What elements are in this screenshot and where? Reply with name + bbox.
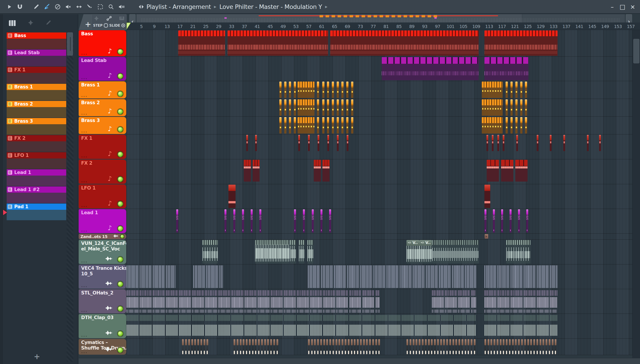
- brass-pattern-clip[interactable]: [289, 99, 291, 116]
- kick-audio-cell[interactable]: [166, 265, 176, 288]
- shuffle-drum-audio-clip[interactable]: [311, 339, 313, 354]
- brass-pattern-clip[interactable]: [327, 117, 329, 134]
- track-mute-led[interactable]: [117, 347, 123, 353]
- clap-audio-cell[interactable]: [166, 314, 178, 338]
- vertical-scrollbar[interactable]: [632, 30, 640, 358]
- shuffle-drum-audio-clip[interactable]: [506, 339, 508, 354]
- track-lane-cym[interactable]: [127, 339, 640, 355]
- lead-pattern-clip[interactable]: [510, 209, 512, 233]
- brass-pattern-clip[interactable]: [520, 117, 522, 134]
- track-header-bass[interactable]: Bass...♪: [79, 30, 126, 56]
- shuffle-drum-audio-clip[interactable]: [276, 339, 278, 354]
- lead-pattern-clip[interactable]: [242, 209, 244, 233]
- shuffle-drum-audio-clip[interactable]: [416, 339, 417, 354]
- shuffle-drum-audio-clip[interactable]: [249, 339, 251, 354]
- pattern-item-header[interactable]: Brass 2: [7, 101, 66, 107]
- pattern-item[interactable]: LFO 1: [7, 152, 66, 169]
- shuffle-drum-audio-clip[interactable]: [332, 339, 334, 354]
- hat-audio-cell[interactable]: [297, 290, 309, 313]
- shuffle-drum-audio-clip[interactable]: [449, 339, 451, 354]
- stretch-tool-icon[interactable]: [75, 3, 83, 10]
- pattern-item[interactable]: Brass 3: [7, 118, 66, 135]
- kick-audio-cell[interactable]: [439, 265, 451, 288]
- fx1-pattern-clip[interactable]: [492, 135, 494, 151]
- clap-audio-cell[interactable]: [218, 314, 230, 338]
- fx1-pattern-clip[interactable]: [255, 135, 257, 151]
- shuffle-drum-audio-clip[interactable]: [308, 339, 310, 354]
- vocal-audio-clip-labeled[interactable]: V..: [419, 240, 432, 264]
- pattern-preview[interactable]: [7, 90, 66, 100]
- kick-audio-cell[interactable]: [465, 265, 476, 288]
- shuffle-drum-audio-clip[interactable]: [488, 339, 489, 354]
- track-options-dots[interactable]: ...: [81, 75, 88, 80]
- vocal-audio-clip[interactable]: [307, 240, 314, 264]
- zoom-tool-icon[interactable]: [107, 3, 115, 10]
- brass-pattern-clip[interactable]: [327, 99, 329, 116]
- hat-audio-cell[interactable]: [258, 290, 270, 313]
- shuffle-drum-audio-clip[interactable]: [345, 339, 346, 354]
- clap-audio-cell[interactable]: [441, 314, 453, 338]
- kick-audio-cell[interactable]: [308, 265, 320, 288]
- lead-pattern-clip[interactable]: [518, 209, 520, 233]
- fx2-pattern-clip[interactable]: [253, 160, 260, 182]
- shuffle-drum-audio-clip[interactable]: [484, 339, 486, 354]
- hat-audio-cell[interactable]: [153, 290, 165, 313]
- shuffle-drum-audio-clip[interactable]: [431, 339, 433, 354]
- pattern-preview[interactable]: [7, 210, 66, 220]
- pattern-preview[interactable]: [7, 107, 66, 118]
- shuffle-drum-audio-clip[interactable]: [434, 339, 436, 354]
- track-options-dots[interactable]: ...: [81, 128, 88, 134]
- timeline-ruler[interactable]: ^ 59131721252933374145495357616569737781…: [127, 22, 640, 30]
- shuffle-drum-audio-clip[interactable]: [197, 339, 199, 354]
- track-options-dots[interactable]: ...: [81, 283, 88, 288]
- fx1-pattern-clip[interactable]: [563, 135, 565, 151]
- shuffle-drum-audio-clip[interactable]: [264, 339, 266, 354]
- track-lane-brass3[interactable]: [127, 117, 640, 134]
- lead-pattern-clip[interactable]: [233, 209, 235, 233]
- brass-pattern-clip[interactable]: [289, 82, 291, 98]
- shuffle-drum-audio-clip[interactable]: [465, 339, 466, 354]
- hat-audio-cell[interactable]: [550, 290, 558, 313]
- pattern-item[interactable]: Lead Stab: [7, 50, 66, 66]
- audio-track-mode-icon[interactable]: [94, 16, 99, 22]
- hat-audio-cell[interactable]: [458, 290, 470, 313]
- hat-audio-cell[interactable]: [323, 290, 335, 313]
- shuffle-drum-audio-clip[interactable]: [452, 339, 454, 354]
- track-header-cym[interactable]: Cymatics –Shuffle Top Drum.....: [79, 339, 126, 355]
- brass-pattern-clip[interactable]: [294, 117, 296, 134]
- shuffle-drum-audio-clip[interactable]: [378, 339, 380, 354]
- playhead-marker-icon[interactable]: [127, 23, 131, 29]
- kick-audio-cell[interactable]: [452, 265, 464, 288]
- brass-pattern-clip[interactable]: [341, 99, 344, 116]
- brass-pattern-clip[interactable]: [294, 82, 296, 98]
- kick-audio-cell[interactable]: [127, 265, 139, 288]
- breadcrumb-playlist[interactable]: Playlist - Arrangement: [146, 3, 211, 10]
- zand-audio-clip[interactable]: [485, 234, 488, 239]
- fx2-pattern-clip[interactable]: [515, 160, 528, 182]
- lead-pattern-clip[interactable]: [484, 209, 486, 233]
- brass-pattern-clip[interactable]: [510, 82, 513, 98]
- shuffle-drum-audio-clip[interactable]: [246, 339, 248, 354]
- kick-audio-cell[interactable]: [193, 265, 205, 288]
- hat-audio-cell[interactable]: [218, 290, 230, 313]
- shuffle-drum-audio-clip[interactable]: [494, 339, 495, 354]
- brass-pattern-clip[interactable]: [506, 82, 508, 98]
- pattern-item-header[interactable]: Pad 1: [7, 204, 66, 210]
- clap-audio-cell[interactable]: [297, 314, 309, 338]
- shuffle-drum-audio-clip[interactable]: [351, 339, 353, 354]
- clap-audio-cell[interactable]: [402, 314, 414, 338]
- track-options-dots[interactable]: ...: [81, 178, 88, 183]
- clap-audio-cell[interactable]: [284, 314, 296, 338]
- vocal-audio-clip[interactable]: [202, 240, 218, 264]
- lead-pattern-clip[interactable]: [501, 209, 503, 233]
- brass-pattern-clip-group[interactable]: [482, 99, 503, 116]
- shuffle-drum-audio-clip[interactable]: [428, 339, 430, 354]
- track-lane-vun[interactable]: V..V..: [127, 240, 640, 264]
- hat-audio-cell[interactable]: [524, 290, 536, 313]
- kick-audio-cell[interactable]: [550, 265, 558, 288]
- shuffle-drum-audio-clip[interactable]: [458, 339, 460, 354]
- slide-automation-icon[interactable]: [106, 16, 112, 22]
- brass-pattern-clip[interactable]: [525, 117, 527, 134]
- fx1-pattern-clip[interactable]: [318, 135, 319, 151]
- track-options-dots[interactable]: ...: [81, 50, 88, 56]
